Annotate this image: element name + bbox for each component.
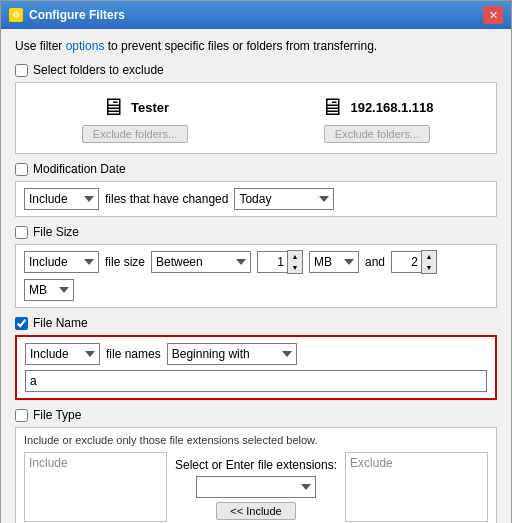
- include-transfer-btn[interactable]: << Include: [216, 502, 296, 520]
- file-size-unit1-select[interactable]: MB KB GB: [309, 251, 359, 273]
- file-name-body: Include Exclude file names Beginning wit…: [15, 335, 497, 400]
- select-folders-checkbox[interactable]: [15, 64, 28, 77]
- configure-filters-dialog: ⚙ Configure Filters ✕ Use filter options…: [0, 0, 512, 523]
- file-size-checkbox[interactable]: [15, 226, 28, 239]
- spinbox-down-2[interactable]: ▼: [422, 262, 436, 273]
- modification-date-period-select[interactable]: Today Yesterday This week Last week This…: [234, 188, 334, 210]
- file-size-val2-spinbox: ▲ ▼: [391, 251, 437, 273]
- close-button[interactable]: ✕: [483, 6, 503, 24]
- file-size-val1-spinbox: ▲ ▼: [257, 251, 303, 273]
- file-name-header: File Name: [15, 316, 497, 330]
- select-folders-header: Select folders to exclude: [15, 63, 497, 77]
- modification-date-header: Modification Date: [15, 162, 497, 176]
- file-name-checkbox[interactable]: [15, 317, 28, 330]
- modification-date-middle-text: files that have changed: [105, 192, 228, 206]
- options-link[interactable]: options: [66, 39, 105, 53]
- file-type-exclude-list: Exclude: [345, 452, 488, 522]
- modification-date-checkbox[interactable]: [15, 163, 28, 176]
- file-size-val1-input[interactable]: [257, 251, 287, 273]
- file-type-middle: Select or Enter file extensions: << Incl…: [175, 452, 337, 523]
- file-name-pattern-select[interactable]: Beginning with Ending with Containing Eq…: [167, 343, 297, 365]
- modification-date-include-select[interactable]: Include Exclude: [24, 188, 99, 210]
- file-name-include-select[interactable]: Include Exclude: [25, 343, 100, 365]
- spinbox-down-1[interactable]: ▼: [288, 262, 302, 273]
- select-folders-label: Select folders to exclude: [33, 63, 164, 77]
- tester-folder-item: 🖥 Tester Exclude folders...: [24, 93, 246, 143]
- spinbox-btns-2: ▲ ▼: [421, 250, 437, 274]
- modification-date-section: Modification Date Include Exclude files …: [15, 162, 497, 217]
- tester-label: Tester: [131, 100, 169, 115]
- modification-date-row: Include Exclude files that have changed …: [24, 188, 488, 210]
- file-size-section: File Size Include Exclude file size Betw…: [15, 225, 497, 308]
- remote-label: 192.168.1.118: [350, 100, 433, 115]
- file-size-unit2-select[interactable]: MB KB GB: [24, 279, 74, 301]
- file-size-row: Include Exclude file size Between Less t…: [24, 251, 488, 301]
- remote-folder-item: 🖥 192.168.1.118 Exclude folders...: [266, 93, 488, 143]
- file-type-label: File Type: [33, 408, 81, 422]
- file-size-val2-input[interactable]: [391, 251, 421, 273]
- spinbox-btns-1: ▲ ▼: [287, 250, 303, 274]
- spinbox-up-1[interactable]: ▲: [288, 251, 302, 262]
- remote-computer-icon: 🖥: [320, 93, 344, 121]
- file-name-value-input[interactable]: [25, 370, 487, 392]
- include-list-label: Include: [29, 456, 68, 470]
- tester-computer-icon: 🖥: [101, 93, 125, 121]
- folders-row: 🖥 Tester Exclude folders... 🖥 192.168.1.…: [24, 89, 488, 147]
- extensions-select[interactable]: [196, 476, 316, 498]
- tester-icon-row: 🖥 Tester: [101, 93, 169, 121]
- remote-exclude-btn[interactable]: Exclude folders...: [324, 125, 430, 143]
- file-type-include-list: Include: [24, 452, 167, 522]
- dialog-content: Use filter options to prevent specific f…: [1, 29, 511, 523]
- file-size-body: Include Exclude file size Between Less t…: [15, 244, 497, 308]
- exclude-list-label: Exclude: [350, 456, 393, 470]
- modification-date-label: Modification Date: [33, 162, 126, 176]
- file-type-description: Include or exclude only those file exten…: [24, 434, 488, 446]
- window-title: Configure Filters: [29, 8, 125, 22]
- intro-text: Use filter options to prevent specific f…: [15, 39, 497, 53]
- file-type-checkbox[interactable]: [15, 409, 28, 422]
- file-name-middle-text: file names: [106, 347, 161, 361]
- file-name-label: File Name: [33, 316, 88, 330]
- file-size-and-text: and: [365, 255, 385, 269]
- file-type-boxes: Include Select or Enter file extensions:…: [24, 452, 488, 523]
- select-folders-section: Select folders to exclude 🖥 Tester Exclu…: [15, 63, 497, 154]
- file-size-header: File Size: [15, 225, 497, 239]
- title-bar-left: ⚙ Configure Filters: [9, 8, 125, 22]
- file-size-middle-text: file size: [105, 255, 145, 269]
- file-type-header: File Type: [15, 408, 497, 422]
- spinbox-up-2[interactable]: ▲: [422, 251, 436, 262]
- file-name-row1: Include Exclude file names Beginning wit…: [25, 343, 487, 365]
- file-type-section: File Type Include or exclude only those …: [15, 408, 497, 523]
- title-bar: ⚙ Configure Filters ✕: [1, 1, 511, 29]
- select-folders-body: 🖥 Tester Exclude folders... 🖥 192.168.1.…: [15, 82, 497, 154]
- file-size-range-select[interactable]: Between Less than Greater than: [151, 251, 251, 273]
- remote-icon-row: 🖥 192.168.1.118: [320, 93, 433, 121]
- file-size-label: File Size: [33, 225, 79, 239]
- window-icon: ⚙: [9, 8, 23, 22]
- select-extensions-label: Select or Enter file extensions:: [175, 458, 337, 472]
- file-type-body: Include or exclude only those file exten…: [15, 427, 497, 523]
- file-size-include-select[interactable]: Include Exclude: [24, 251, 99, 273]
- modification-date-body: Include Exclude files that have changed …: [15, 181, 497, 217]
- tester-exclude-btn[interactable]: Exclude folders...: [82, 125, 188, 143]
- file-name-section: File Name Include Exclude file names Beg…: [15, 316, 497, 400]
